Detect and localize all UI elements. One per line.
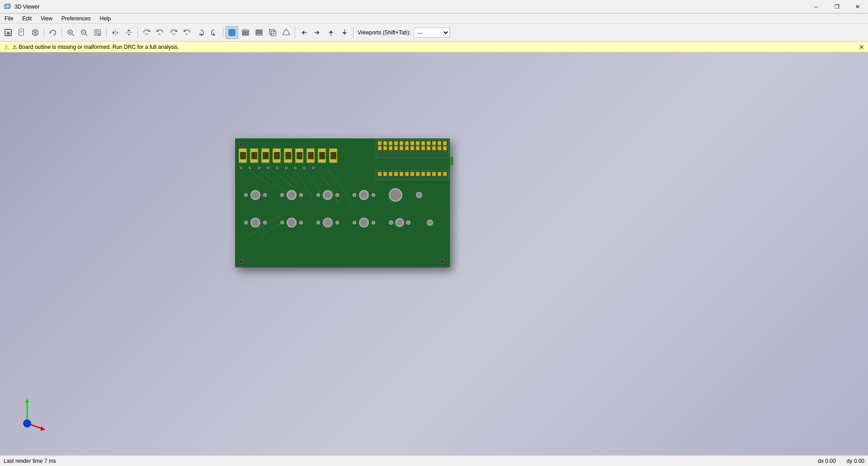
nav-up-button[interactable] xyxy=(325,26,337,39)
warning-close-button[interactable]: ✕ xyxy=(859,43,864,51)
reload-button[interactable]: ▣ xyxy=(2,26,14,39)
smd-component xyxy=(329,148,337,163)
menu-preferences[interactable]: Preferences xyxy=(57,14,95,24)
svg-rect-40 xyxy=(256,33,262,35)
svg-marker-52 xyxy=(329,30,333,33)
toolbar-separator-4 xyxy=(137,27,138,38)
smd-component xyxy=(273,148,281,163)
app-icon xyxy=(3,2,12,11)
svg-point-20 xyxy=(96,31,99,34)
smd-component xyxy=(250,148,258,163)
svg-marker-59 xyxy=(41,426,45,431)
svg-rect-0 xyxy=(5,5,9,9)
viewport-label: Viewports (Shift+Tab): xyxy=(358,29,411,36)
svg-text:Z+: Z+ xyxy=(199,33,203,36)
smd-component xyxy=(295,148,303,163)
svg-marker-48 xyxy=(302,30,304,35)
persp-button[interactable] xyxy=(280,26,292,39)
dx-label-value: dx 0.00 xyxy=(818,458,835,464)
svg-point-60 xyxy=(24,420,31,427)
menubar: File Edit View Preferences Help xyxy=(0,14,868,24)
rotate-x-neg-button[interactable]: X- xyxy=(154,26,166,39)
flip-x-button[interactable] xyxy=(109,26,122,39)
toolbar: ▣ xyxy=(0,24,868,42)
ortho-button[interactable] xyxy=(266,26,279,39)
minimize-button[interactable]: ─ xyxy=(806,0,826,14)
coordinates-display: dx 0.00 dy 0.00 xyxy=(818,458,864,464)
dy-label-value: dy 0.00 xyxy=(847,458,864,464)
svg-text:X+: X+ xyxy=(145,33,149,36)
rotate-y-pos-button[interactable]: Y+ xyxy=(167,26,180,39)
close-button[interactable]: ✕ xyxy=(847,0,868,14)
rotate-y-neg-button[interactable]: Y- xyxy=(181,26,193,39)
statusbar: Last render time 7 ms dx 0.00 dy 0.00 xyxy=(0,455,868,466)
svg-line-15 xyxy=(72,34,74,36)
smd-component xyxy=(261,148,269,163)
nav-left-button[interactable] xyxy=(297,26,310,39)
svg-rect-7 xyxy=(19,29,24,35)
svg-line-18 xyxy=(85,34,87,36)
svg-marker-54 xyxy=(342,32,347,35)
zoom-in-button[interactable] xyxy=(64,26,77,39)
rotate-x-pos-button[interactable]: X+ xyxy=(140,26,153,39)
last-render-time: Last render time 7 ms xyxy=(4,458,56,464)
svg-marker-50 xyxy=(317,30,320,35)
warning-icon: ⚠ xyxy=(4,43,9,51)
menu-view[interactable]: View xyxy=(36,14,57,24)
new-board-button[interactable] xyxy=(15,26,28,39)
window-controls: ─ ❐ ✕ xyxy=(806,0,868,14)
window-title: 3D Viewer xyxy=(14,4,806,10)
menu-help[interactable]: Help xyxy=(95,14,116,24)
nav-right-button[interactable] xyxy=(311,26,324,39)
svg-text:Z-: Z- xyxy=(212,33,216,36)
menu-file[interactable]: File xyxy=(0,14,18,24)
titlebar: 3D Viewer ─ ❐ ✕ xyxy=(0,0,868,14)
viewport-selector: Viewports (Shift+Tab): --- xyxy=(358,28,450,38)
axis-widget xyxy=(9,396,45,433)
svg-text:X-: X- xyxy=(158,33,162,36)
toolbar-separator-2 xyxy=(61,27,62,38)
viewport-select[interactable]: --- xyxy=(414,28,450,38)
3d-view-button[interactable] xyxy=(29,26,42,39)
render-bottom-button[interactable] xyxy=(253,26,265,39)
render-top-button[interactable] xyxy=(239,26,252,39)
nav-down-button[interactable] xyxy=(338,26,351,39)
zoom-out-button[interactable] xyxy=(78,26,90,39)
toolbar-separator-6 xyxy=(295,27,295,38)
svg-text:Y+: Y+ xyxy=(172,33,176,36)
svg-text:Y-: Y- xyxy=(185,33,189,36)
undo-button[interactable] xyxy=(47,26,59,39)
smd-component xyxy=(239,148,247,163)
zoom-fit-button[interactable] xyxy=(91,26,104,39)
render-solid-button[interactable] xyxy=(226,26,238,39)
svg-rect-42 xyxy=(271,31,276,36)
warning-text: ⚠ Board outline is missing or malformed.… xyxy=(12,44,179,50)
toolbar-separator-1 xyxy=(44,27,44,38)
svg-marker-57 xyxy=(25,399,29,403)
toolbar-separator-3 xyxy=(106,27,107,38)
toolbar-separator-7 xyxy=(353,27,354,38)
smd-component xyxy=(284,148,292,163)
toolbar-separator-5 xyxy=(223,27,223,38)
svg-marker-11 xyxy=(49,31,51,34)
svg-rect-36 xyxy=(229,29,235,36)
main-viewport[interactable] xyxy=(0,52,868,455)
restore-button[interactable]: ❐ xyxy=(826,0,847,14)
svg-rect-38 xyxy=(242,30,249,32)
flip-y-button[interactable] xyxy=(123,26,135,39)
menu-edit[interactable]: Edit xyxy=(18,14,36,24)
smd-component xyxy=(318,148,326,163)
rotate-z-neg-button[interactable]: Z- xyxy=(208,26,221,39)
svg-text:▣: ▣ xyxy=(6,31,10,35)
pcb-board xyxy=(235,138,450,267)
smd-component xyxy=(307,148,315,163)
warning-bar: ⚠ ⚠ Board outline is missing or malforme… xyxy=(0,42,868,52)
rotate-z-pos-button[interactable]: Z+ xyxy=(194,26,207,39)
